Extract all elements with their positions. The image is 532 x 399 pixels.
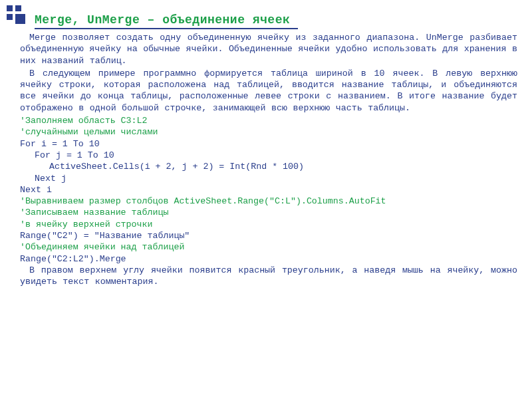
code-comment: 'Записываем название таблицы xyxy=(20,207,517,218)
page-title: Merge, UnMerge – объединение ячеек xyxy=(35,13,519,27)
code-line: Range("C2:L2").Merge xyxy=(20,253,517,265)
code-line: Next j xyxy=(20,173,517,184)
code-line: For i = 1 To 10 xyxy=(20,138,517,150)
paragraph-example: В следующем примере программно формирует… xyxy=(20,68,517,114)
paragraph-note: В правом верхнем углу ячейки появится кр… xyxy=(20,265,517,288)
code-comment: 'Заполняем область С3:L2 xyxy=(20,115,517,126)
code-line: Next i xyxy=(20,184,517,196)
content-area: Merge позволяет создать одну объединенну… xyxy=(20,32,517,289)
code-comment: 'Объединяем ячейки над таблицей xyxy=(20,241,517,253)
title-underline xyxy=(35,28,298,29)
code-line: For j = 1 To 10 xyxy=(20,150,517,161)
code-line: ActiveSheet.Cells(i + 2, j + 2) = Int(Rn… xyxy=(20,161,517,172)
paragraph-intro: Merge позволяет создать одну объединенну… xyxy=(20,32,517,66)
code-comment: 'случайными целыми числами xyxy=(20,126,517,138)
code-comment: 'Выравниваем размер столбцов ActiveSheet… xyxy=(20,196,517,207)
code-comment: 'в ячейку верхней строчки xyxy=(20,219,517,230)
slide: Merge, UnMerge – объединение ячеек Merge… xyxy=(0,0,532,399)
corner-decoration xyxy=(7,5,28,27)
heading-block: Merge, UnMerge – объединение ячеек xyxy=(35,13,519,29)
code-line: Range("C2") = "Название таблицы" xyxy=(20,230,517,241)
